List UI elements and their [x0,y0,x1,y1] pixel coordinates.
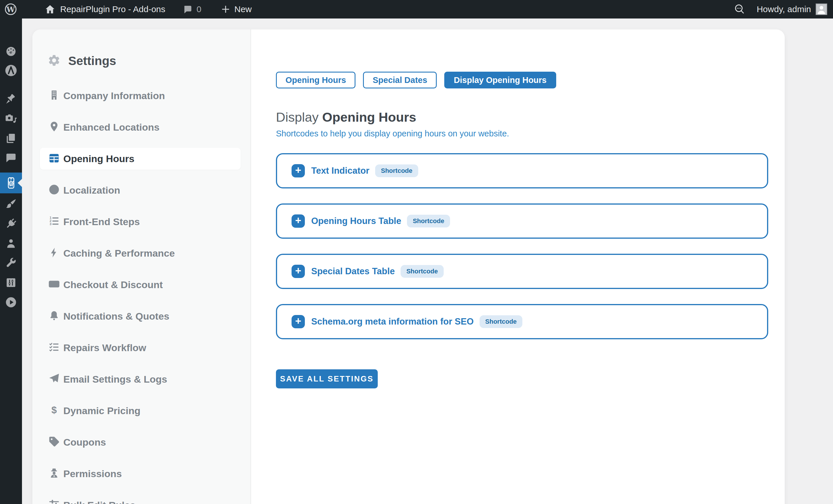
settings-nav-list: Company Information Enhanced Locations O… [32,85,251,504]
main-content: Opening Hours Special Dates Display Open… [251,29,785,504]
svg-text:$: $ [51,405,57,415]
nav-item-label: Caching & Performance [63,248,175,259]
plus-icon[interactable] [220,4,231,15]
new-menu-link[interactable]: New [234,4,252,14]
settings-nav-panel: Settings Company Information Enhanced Lo… [32,29,251,504]
search-icon[interactable] [734,3,746,15]
home-icon[interactable] [45,4,55,15]
nav-item-enhanced-locations[interactable]: Enhanced Locations [40,116,241,138]
nav-item-checkout-discount[interactable]: Checkout & Discount [40,274,241,296]
accordion-opening-hours-table[interactable]: + Opening Hours Table Shortcode [276,203,768,239]
nav-item-label: Permissions [63,468,122,479]
settings-header: Settings [47,54,251,68]
shortcode-badge: Shortcode [375,165,418,177]
accordion-title: Special Dates Table [311,266,395,277]
tab-display-opening-hours[interactable]: Display Opening Hours [444,72,556,89]
nav-item-label: Notifications & Quotes [63,311,169,322]
dashboard-icon[interactable] [0,43,22,59]
nav-item-label: Company Information [63,90,165,101]
nav-item-caching-performance[interactable]: Caching & Performance [40,242,241,264]
nav-item-label: Dynamic Pricing [63,405,140,417]
settings-card: Settings Company Information Enhanced Lo… [32,29,785,504]
accordion-title: Opening Hours Table [311,216,401,226]
media-icon[interactable] [0,110,22,127]
nav-item-label: Front-End Steps [63,216,140,227]
settings-title: Settings [68,54,116,68]
nav-item-front-end-steps[interactable]: 123 Front-End Steps [40,211,241,233]
map-pin-icon [48,121,60,133]
expand-plus-button[interactable]: + [291,215,305,228]
nav-item-company-information[interactable]: Company Information [40,85,241,107]
shortcode-badge: Shortcode [407,215,450,227]
nav-item-dynamic-pricing[interactable]: $ Dynamic Pricing [40,400,241,422]
nav-item-label: Enhanced Locations [63,122,160,133]
tab-opening-hours[interactable]: Opening Hours [276,72,355,89]
analytics-logo-icon[interactable] [0,62,22,79]
video-play-icon[interactable] [0,294,22,310]
comments-count: 0 [197,4,201,14]
nav-item-bulk-edit-rules[interactable]: Bulk Edit Rules [40,494,241,504]
expand-plus-button[interactable]: + [291,315,305,328]
tools-wrench-icon[interactable] [0,255,22,271]
gear-icon [47,54,61,68]
pages-icon[interactable] [0,130,22,146]
admin-sidebar-rail [0,19,22,504]
howdy-account-link[interactable]: Howdy, admin [757,4,811,14]
shortcode-badge: Shortcode [480,315,523,328]
tag-icon [48,436,60,449]
shortcode-badge: Shortcode [401,265,444,278]
nav-item-label: Email Settings & Logs [63,374,167,385]
dollar-icon: $ [48,404,60,417]
pushpin-icon[interactable] [0,91,22,107]
plugins-plug-icon[interactable] [0,216,22,232]
nav-item-localization[interactable]: Localization [40,179,241,201]
nav-item-permissions[interactable]: Permissions [40,463,241,485]
comments-bubble-icon[interactable] [182,4,193,15]
checklist-icon [48,341,60,354]
user-secret-icon [48,467,60,480]
nav-item-opening-hours[interactable]: Opening Hours [40,148,241,170]
expand-plus-button[interactable]: + [291,164,305,177]
active-item-notch [18,179,22,187]
page-title: Display Opening Hours [276,110,785,125]
accordion-special-dates-table[interactable]: + Special Dates Table Shortcode [276,254,768,289]
wordpress-logo-icon[interactable]: W [4,3,17,16]
svg-text:3: 3 [49,222,51,226]
shortcode-accordion-list: + Text Indicator Shortcode + Opening Hou… [276,153,785,339]
tab-special-dates[interactable]: Special Dates [363,72,437,89]
appearance-brush-icon[interactable] [0,196,22,212]
page-title-bold: Opening Hours [322,110,416,125]
accordion-text-indicator[interactable]: + Text Indicator Shortcode [276,153,768,188]
lightning-icon [48,247,60,259]
svg-text:W: W [6,5,15,14]
nav-item-email-settings-logs[interactable]: Email Settings & Logs [40,368,241,390]
accordion-schema-org-seo[interactable]: + Schema.org meta information for SEO Sh… [276,304,768,339]
nav-item-label: Coupons [63,437,106,448]
nav-item-repairs-workflow[interactable]: Repairs Workflow [40,337,241,359]
nav-item-coupons[interactable]: Coupons [40,431,241,453]
nav-item-label: Bulk Edit Rules [63,500,135,504]
users-icon[interactable] [0,235,22,251]
accordion-title: Schema.org meta information for SEO [311,317,474,327]
nav-item-label: Localization [63,185,120,196]
paper-plane-icon [48,373,60,385]
avatar[interactable] [816,3,827,15]
expand-plus-button[interactable]: + [291,265,305,278]
clock-icon [48,184,60,197]
table-icon [48,152,60,165]
sliders-icon [48,499,60,504]
admin-bar-right: Howdy, admin [734,3,833,15]
save-all-settings-button[interactable]: SAVE ALL SETTINGS [276,369,378,388]
site-title-link[interactable]: RepairPlugin Pro - Add-ons [60,4,165,14]
admin-bar-left: W RepairPlugin Pro - Add-ons 0 New [0,3,252,16]
nav-item-notifications-quotes[interactable]: Notifications & Quotes [40,305,241,327]
nav-item-label: Checkout & Discount [63,279,163,291]
rail-item-repairplugin-active[interactable] [0,173,22,193]
page-title-prefix: Display [276,110,322,125]
comments-icon[interactable] [0,150,22,166]
bell-icon [48,310,60,323]
settings-sliders-icon[interactable] [0,275,22,291]
tab-bar: Opening Hours Special Dates Display Open… [276,72,785,89]
numbered-list-icon: 123 [48,215,60,228]
nav-item-label: Repairs Workflow [63,342,146,353]
